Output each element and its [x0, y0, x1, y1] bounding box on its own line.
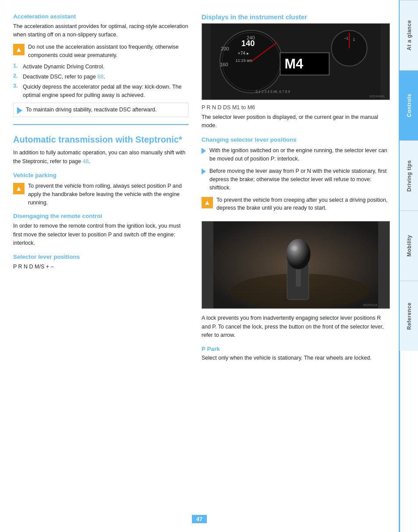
p-park-heading: P Park: [202, 346, 390, 352]
major-heading: Automatic transmission with Steptronic*: [13, 134, 188, 145]
disengaging-heading: Disengaging the remote control: [13, 213, 188, 219]
step-1: 1. Activate Dynamic Driving Control.: [13, 63, 188, 71]
sidebar-tab-driving-tips[interactable]: Driving tips: [400, 140, 418, 211]
step-3-text: Quickly depress the accelerator pedal al…: [23, 83, 188, 100]
step-3-num: 3.: [13, 83, 20, 100]
step-2-text: Deactivate DSC, refer to page 68.: [23, 73, 105, 81]
sidebar-tab-controls[interactable]: Controls: [400, 70, 418, 140]
page-footer: 47: [0, 515, 399, 523]
accel-body: The acceleration assistant provides for …: [13, 22, 188, 39]
svg-text:W32AAWA: W32AAWA: [369, 95, 385, 98]
accel-warning-text: Do not use the acceleration assistant to…: [28, 43, 188, 60]
p-park-body: Select only when the vehicle is stationa…: [202, 354, 390, 362]
svg-text:140: 140: [241, 39, 255, 48]
displays-heading: Displays in the instrument cluster: [202, 13, 390, 21]
sidebar-tab-mobility[interactable]: Mobility: [400, 211, 418, 281]
svg-text:200: 200: [221, 46, 229, 51]
gear-positions-text: P R N D DS M1 to M6: [202, 104, 390, 111]
step-3: 3. Quickly depress the accelerator pedal…: [13, 83, 188, 100]
sidebar-tabs: At a glance Controls Driving tips Mobili…: [399, 0, 418, 532]
note-arrow-icon: [17, 107, 22, 114]
cluster-svg: 240 200 160 140 +74 ▸ 11:15 am –1 1: [202, 24, 390, 100]
lever-svg: W32H2UA: [202, 221, 390, 308]
main-content: Acceleration assistant The acceleration …: [0, 0, 399, 532]
accel-heading: Acceleration assistant: [13, 13, 188, 20]
svg-text:–1: –1: [344, 36, 348, 40]
svg-text:+74 ▸: +74 ▸: [238, 51, 249, 56]
vehicle-parking-heading: Vehicle parking: [13, 172, 188, 179]
warning-icon: ▲: [13, 44, 25, 55]
step-1-text: Activate Dynamic Driving Control.: [23, 63, 104, 71]
lever-image-container: W32H2UA: [202, 216, 390, 314]
step-1-num: 1.: [13, 63, 20, 71]
page-68-link[interactable]: 68: [97, 74, 103, 80]
accel-warning-box: ▲ Do not use the acceleration assistant …: [13, 43, 188, 60]
lock-warning-icon: ▲: [202, 197, 213, 208]
cluster-image-container: 240 200 160 140 +74 ▸ 11:15 am –1 1: [202, 23, 390, 104]
sidebar-tab-reference[interactable]: Reference: [400, 281, 418, 351]
bullet-arrow-icon-2: [202, 168, 206, 175]
svg-text:1: 1: [353, 37, 355, 42]
section-divider: [13, 124, 188, 125]
vehicle-parking-warning-text: To prevent the vehicle from rolling, alw…: [28, 182, 188, 207]
major-body: In addition to fully automatic operation…: [13, 149, 188, 166]
accel-note-box: To maintain driving stability, reactivat…: [13, 103, 188, 117]
bullet-item-1: With the ignition switched on or the eng…: [202, 146, 390, 164]
svg-text:11:15 am: 11:15 am: [236, 58, 252, 63]
vehicle-parking-warning-box: ▲ To prevent the vehicle from rolling, a…: [13, 182, 188, 207]
accel-steps-list: 1. Activate Dynamic Driving Control. 2. …: [13, 63, 188, 99]
lock-body: A lock prevents you from inadvertently e…: [202, 314, 390, 339]
svg-text:M4: M4: [285, 56, 303, 71]
lever-image: W32H2UA: [202, 221, 390, 309]
accel-note-text: To maintain driving stability, reactivat…: [26, 106, 157, 114]
left-column: Acceleration assistant The acceleration …: [13, 13, 197, 519]
selector-pos-heading: Selector lever positions: [13, 254, 188, 260]
svg-text:W32H2UA: W32H2UA: [363, 303, 377, 307]
bullet-list: With the ignition switched on or the eng…: [202, 146, 390, 193]
gear-positions-desc: The selector lever position is displayed…: [202, 113, 390, 130]
bullet-item-2: Before moving the lever away from P or N…: [202, 167, 390, 193]
step-2: 2. Deactivate DSC, refer to page 68.: [13, 73, 188, 81]
svg-point-22: [286, 239, 310, 269]
bullet-text-2: Before moving the lever away from P or N…: [209, 167, 390, 193]
vehicle-warning-icon: ▲: [13, 183, 25, 194]
cluster-image: 240 200 160 140 +74 ▸ 11:15 am –1 1: [202, 23, 390, 100]
lock-warning-box: ▲ To prevent the vehicle from creeping a…: [202, 196, 390, 213]
lock-warning-text: To prevent the vehicle from creeping aft…: [216, 196, 390, 213]
selector-pos-text: P R N D M/S + –: [13, 263, 188, 271]
svg-text:160: 160: [220, 62, 228, 67]
disengaging-body: In order to remove the remote control fr…: [13, 222, 188, 247]
svg-text:0.1 2 3 4 5 Mi. 6 7 8 9: 0.1 2 3 4 5 Mi. 6 7 8 9: [255, 90, 290, 94]
svg-point-23: [290, 246, 298, 251]
bullet-arrow-icon-1: [202, 148, 206, 154]
bullet-text-1: With the ignition switched on or the eng…: [209, 146, 390, 164]
right-column: Displays in the instrument cluster 240 2…: [197, 13, 390, 519]
page-container: Acceleration assistant The acceleration …: [0, 0, 418, 532]
changing-heading: Changing selector lever positions: [202, 136, 390, 143]
sidebar-tab-at-a-glance[interactable]: At a glance: [400, 0, 418, 70]
page-number: 47: [192, 515, 207, 523]
page-48-link[interactable]: 48: [82, 158, 89, 164]
step-2-num: 2.: [13, 73, 20, 81]
